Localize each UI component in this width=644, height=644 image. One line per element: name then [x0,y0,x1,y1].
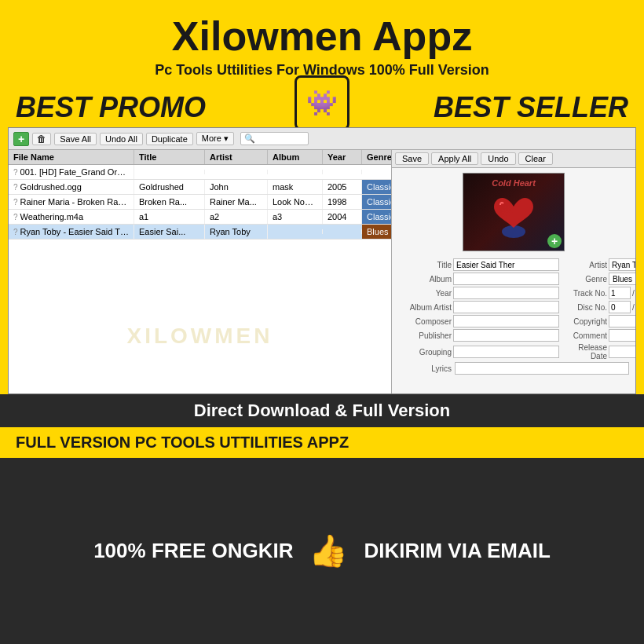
genre-select[interactable]: Blues Classic Rock Country Jazz [609,273,636,285]
artist-label: Artist [564,261,607,269]
title-label: Title [398,261,452,269]
duplicate-button[interactable]: Duplicate [146,133,193,145]
artist-input[interactable] [609,258,636,271]
form-half-grouping: Grouping [398,343,559,360]
apply-all-button[interactable]: Apply All [431,152,478,165]
form-half-copyright: Copyright [564,315,636,327]
form-half-genre: Genre Blues Classic Rock Country Jazz [564,273,636,285]
save-button[interactable]: Save [395,152,429,165]
lyrics-input[interactable] [455,362,629,375]
cell-genre: Classic Rock [362,180,391,194]
search-icon: 🔍 [244,134,255,144]
more-button[interactable]: More ▾ [196,132,234,145]
cell-artist [205,170,268,174]
app-title: Xilowmen Appz [8,14,636,59]
cell-artist: a2 [205,210,268,224]
year-label: Year [398,289,452,298]
form-half-artist: Artist [564,258,636,271]
cell-album: mask [268,180,323,194]
cell-filename: ?Weathering.m4a [9,210,134,224]
form-half-comment: Comment [564,329,636,342]
comment-input[interactable] [609,329,636,342]
col-genre: Genre [362,150,392,164]
publisher-label: Publisher [398,331,452,340]
table-row[interactable]: ?Rainer Maria - Broken Rad... Broken Ra.… [9,195,391,210]
form-row-publisher-comment: Publisher Comment [398,329,629,342]
full-version-text: FULL VERSION PC TOOLS UTTILITIES APPZ [16,434,349,452]
table-row[interactable]: ?Ryan Toby - Easier Said Th... Easier Sa… [9,225,391,240]
track-slash: / [632,289,635,298]
right-panel: Save Apply All Undo Clear Cold Heart [392,150,635,393]
app-screenshot-section: + 🗑 Save All Undo All Duplicate More ▾ 🔍… [0,127,644,394]
album-art-area: Cold Heart + [392,168,635,256]
free-label: 100% FREE ONGKIR [93,539,293,563]
best-seller-label: BEST SELLER [434,91,628,124]
album-add-button[interactable]: + [547,234,562,248]
release-date-label: Release Date [564,343,607,360]
composer-input[interactable] [453,315,559,327]
col-filename: File Name [9,150,134,164]
disc-no-input[interactable] [609,301,631,313]
table-row[interactable]: ?001. [HD] Fate_Grand Ord... [9,165,391,180]
form-row-grouping-release: Grouping Release Date [398,343,629,360]
cell-filename: ?Ryan Toby - Easier Said Th... [9,225,134,239]
table-row[interactable]: ?Goldrushed.ogg Goldrushed John mask 200… [9,180,391,195]
logo-box: 👾 [295,75,349,130]
cell-year: 2004 [323,210,362,224]
grouping-input[interactable] [453,346,559,358]
cell-filename: ?Goldrushed.ogg [9,180,134,194]
copyright-label: Copyright [564,317,607,326]
album-input[interactable] [453,273,559,285]
save-all-button[interactable]: Save All [54,133,97,145]
cell-year [323,170,362,174]
cell-genre [362,170,391,174]
header: Xilowmen Appz Pc Tools Uttilities For Wi… [0,0,644,86]
year-input[interactable] [453,287,559,299]
table-row[interactable]: ?Weathering.m4a a1 a2 a3 2004 Classic Ro… [9,210,391,225]
clear-button[interactable]: Clear [518,152,553,165]
cell-title: a1 [134,210,205,224]
genre-label: Genre [564,275,607,284]
album-artist-input[interactable] [453,301,559,313]
bottom-banner: Direct Download & Full Version [0,394,644,427]
form-half-composer: Composer [398,315,559,327]
cell-album [268,229,323,234]
disc-no-label: Disc No. [564,303,607,312]
publisher-input[interactable] [453,329,559,342]
form-row-composer-copyright: Composer Copyright [398,315,629,327]
cell-year [323,229,362,234]
disc-slash: / [632,303,635,312]
right-toolbar: Save Apply All Undo Clear [392,150,635,168]
track-no-input[interactable] [609,287,631,299]
form-half-disc: Disc No. / [564,301,636,313]
undo-button[interactable]: Undo [481,152,515,165]
cell-artist: Rainer Ma... [205,195,268,209]
left-panel: File Name Title Artist Album Year Genre … [9,150,392,393]
title-input[interactable] [453,258,559,271]
cell-filename: ?Rainer Maria - Broken Rad... [9,195,134,209]
col-title: Title [134,150,205,164]
cell-title: Goldrushed [134,180,205,194]
release-date-input[interactable] [609,346,636,358]
undo-all-button[interactable]: Undo All [100,133,143,145]
cell-artist: John [205,180,268,194]
cell-artist: Ryan Toby [205,225,268,239]
search-input[interactable] [258,134,305,143]
add-button[interactable]: + [13,132,29,146]
search-box: 🔍 [240,132,309,145]
form-row-year-track: Year Track No. / [398,287,629,299]
thumb-icon: 👍 [309,532,348,569]
form-half-publisher: Publisher [398,329,559,342]
form-row-albumartist-disc: Album Artist Disc No. / [398,301,629,313]
delete-button[interactable]: 🗑 [32,133,51,145]
watermark-area: XILOWMEN [9,280,391,394]
cell-album [268,170,323,174]
cell-album: Look Now... [268,195,323,209]
form-row-title-artist: Title Artist [398,258,629,271]
lyrics-label: Lyrics [398,364,452,373]
watermark: XILOWMEN [127,324,273,349]
footer-bottom: 100% FREE ONGKIR 👍 DIKIRIM VIA EMAIL [0,458,644,644]
copyright-input[interactable] [609,315,636,327]
inner-app: + 🗑 Save All Undo All Duplicate More ▾ 🔍… [8,127,636,394]
cell-genre: Blues [362,225,391,239]
